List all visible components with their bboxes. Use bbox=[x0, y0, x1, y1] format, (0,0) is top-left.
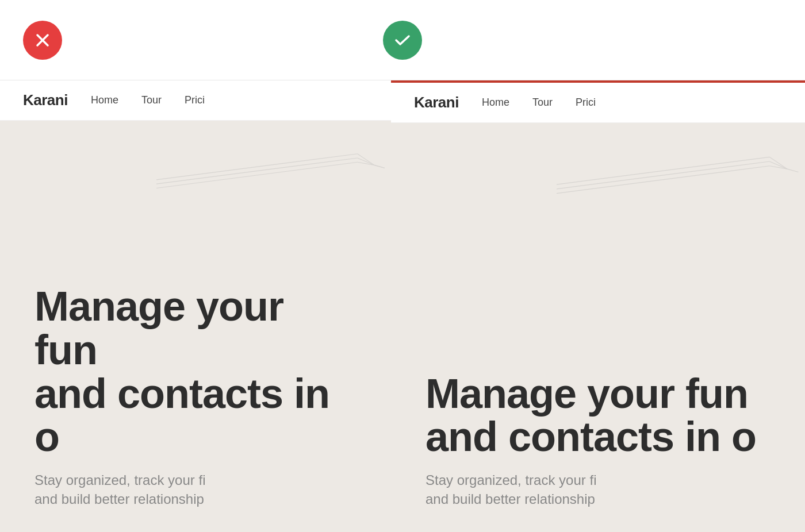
x-icon bbox=[33, 30, 52, 50]
right-nav-home[interactable]: Home bbox=[482, 97, 509, 109]
right-hero-title: Manage your fun and contacts in o bbox=[425, 372, 770, 459]
left-navbar: Karani Home Tour Prici bbox=[0, 80, 391, 121]
fail-circle bbox=[23, 21, 62, 60]
right-pencil-graphic bbox=[557, 140, 805, 222]
left-hero-subtitle: Stay organized, track your fi and build … bbox=[34, 471, 356, 509]
right-brand: Karani bbox=[414, 94, 459, 111]
pass-circle bbox=[383, 21, 422, 60]
fail-indicator bbox=[23, 21, 62, 60]
pencil-svg-left bbox=[156, 138, 391, 213]
left-nav-home[interactable]: Home bbox=[91, 94, 118, 106]
svg-line-6 bbox=[156, 162, 358, 188]
left-brand: Karani bbox=[23, 91, 68, 109]
right-hero-subtitle: Stay organized, track your fi and build … bbox=[425, 471, 770, 509]
left-nav-tour[interactable]: Tour bbox=[141, 94, 162, 106]
svg-line-12 bbox=[557, 161, 769, 189]
right-nav-tour[interactable]: Tour bbox=[532, 97, 553, 109]
left-nav-pricing[interactable]: Prici bbox=[185, 94, 205, 106]
right-nav-pricing[interactable]: Prici bbox=[576, 97, 596, 109]
svg-line-16 bbox=[787, 169, 798, 172]
left-panel: Karani Home Tour Prici bbox=[0, 80, 391, 532]
check-icon bbox=[393, 30, 412, 50]
left-pencil-graphic bbox=[156, 138, 391, 215]
top-bar bbox=[0, 0, 805, 80]
right-hero: Manage your fun and contacts in o Stay o… bbox=[391, 123, 805, 532]
left-hero-text: Manage your fun and contacts in o Stay o… bbox=[34, 285, 356, 509]
svg-line-10 bbox=[557, 157, 769, 184]
svg-line-14 bbox=[557, 166, 769, 194]
svg-line-9 bbox=[374, 165, 385, 168]
right-panel: Karani Home Tour Prici bbox=[391, 80, 805, 532]
pencil-svg-right bbox=[557, 140, 805, 220]
pass-indicator bbox=[383, 21, 422, 60]
left-hero: Manage your fun and contacts in o Stay o… bbox=[0, 121, 391, 532]
svg-line-2 bbox=[156, 154, 358, 180]
right-navbar: Karani Home Tour Prici bbox=[391, 83, 805, 123]
svg-line-13 bbox=[769, 161, 787, 169]
left-panel-content: Karani Home Tour Prici bbox=[0, 80, 391, 532]
right-panel-content: Karani Home Tour Prici bbox=[391, 83, 805, 532]
right-hero-text: Manage your fun and contacts in o Stay o… bbox=[425, 372, 770, 509]
left-hero-title: Manage your fun and contacts in o bbox=[34, 285, 356, 458]
svg-line-5 bbox=[358, 158, 374, 165]
comparison-panels: Karani Home Tour Prici bbox=[0, 80, 805, 532]
svg-line-4 bbox=[156, 158, 358, 184]
